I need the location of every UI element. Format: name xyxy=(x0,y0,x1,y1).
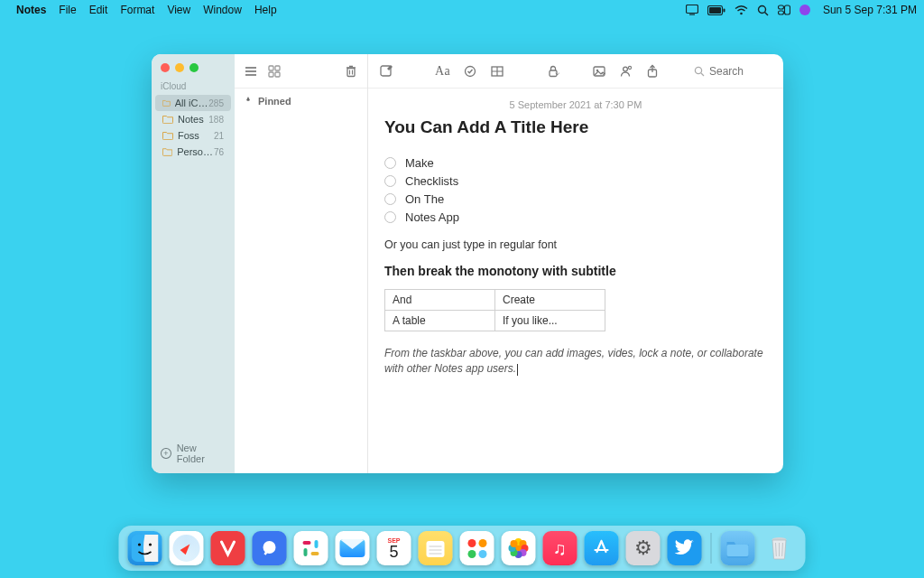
svg-point-6 xyxy=(758,5,765,13)
menu-view[interactable]: View xyxy=(167,4,190,16)
note-body[interactable]: 5 September 2021 at 7:30 PM You Can Add … xyxy=(368,89,783,473)
dock-music[interactable]: ♫ xyxy=(543,531,578,565)
dock-twitter[interactable] xyxy=(668,531,702,565)
checklist-item[interactable]: Notes App xyxy=(384,208,767,226)
checklist-circle-icon[interactable] xyxy=(384,193,396,205)
lock-note-button[interactable]: ⌵ xyxy=(546,64,559,79)
folder-name: Notes xyxy=(178,114,204,125)
delete-note-icon[interactable] xyxy=(344,64,358,79)
collaborate-icon[interactable] xyxy=(618,64,633,79)
note-title[interactable]: You Can Add A Title Here xyxy=(384,117,767,137)
list-view-icon[interactable] xyxy=(244,64,258,79)
folder-icon xyxy=(162,131,173,140)
svg-rect-4 xyxy=(723,8,725,12)
sidebar-folder-0[interactable]: All iClou…285 xyxy=(155,95,231,111)
checklist-icon[interactable] xyxy=(463,64,477,79)
dock-slack[interactable] xyxy=(294,531,328,565)
svg-rect-8 xyxy=(778,5,783,9)
dock-reminders[interactable] xyxy=(460,531,494,565)
checklist-item[interactable]: Make xyxy=(384,154,767,172)
spotlight-icon[interactable] xyxy=(757,5,769,16)
app-menu[interactable]: Notes xyxy=(16,4,46,16)
folder-icon xyxy=(162,147,172,156)
new-folder-button[interactable]: + New Folder xyxy=(152,435,235,473)
dock-notes[interactable] xyxy=(419,531,453,565)
share-icon[interactable] xyxy=(645,64,660,79)
folder-name: Personal xyxy=(177,146,214,157)
svg-rect-1 xyxy=(689,14,695,15)
folder-count: 76 xyxy=(214,147,224,157)
dock-safari[interactable] xyxy=(170,531,204,565)
menu-format[interactable]: Format xyxy=(120,4,154,16)
menu-window[interactable]: Window xyxy=(203,4,242,16)
table-row[interactable]: A tableIf you like... xyxy=(385,311,605,331)
chevron-down-icon: ⌵ xyxy=(601,68,605,77)
svg-rect-14 xyxy=(269,66,273,70)
menubar-clock[interactable]: Sun 5 Sep 7:31 PM xyxy=(823,4,917,16)
table-cell[interactable]: A table xyxy=(385,311,495,331)
menu-help[interactable]: Help xyxy=(254,4,277,16)
dock-calendar[interactable]: SEP5 xyxy=(377,531,411,565)
dock-trash[interactable] xyxy=(762,531,797,565)
dock-mail[interactable] xyxy=(336,531,370,565)
note-subtitle[interactable]: Then break the monotony with subtitle xyxy=(384,264,767,278)
checklist-item-text: Checklists xyxy=(405,174,458,188)
checklist-circle-icon[interactable] xyxy=(384,157,396,169)
dock-appstore[interactable] xyxy=(585,531,619,565)
checklist-circle-icon[interactable] xyxy=(384,175,396,187)
editor-toolbar: Aa ⌵ ⌵ xyxy=(368,54,783,89)
wifi-icon[interactable] xyxy=(735,5,748,15)
gallery-view-icon[interactable] xyxy=(267,64,282,79)
folder-count: 21 xyxy=(214,131,224,141)
table-row[interactable]: AndCreate xyxy=(385,290,605,311)
dock-downloads[interactable] xyxy=(721,531,755,565)
note-checklist[interactable]: MakeChecklistsOn TheNotes App xyxy=(384,154,767,226)
checklist-item[interactable]: Checklists xyxy=(384,172,767,190)
dock-vivaldi[interactable] xyxy=(211,531,245,565)
text-cursor xyxy=(517,364,518,376)
note-table[interactable]: AndCreateA tableIf you like... xyxy=(384,289,605,331)
dock-finder[interactable] xyxy=(128,531,162,565)
compose-note-icon[interactable] xyxy=(379,64,393,79)
dock-photos[interactable] xyxy=(502,531,536,565)
pinned-section-header: Pinned xyxy=(235,89,367,114)
new-folder-label: New Folder xyxy=(177,443,226,464)
checklist-circle-icon[interactable] xyxy=(384,211,396,223)
svg-point-5 xyxy=(740,12,743,14)
sidebar-folder-1[interactable]: Notes188 xyxy=(155,111,231,127)
svg-rect-16 xyxy=(269,72,273,77)
battery-icon[interactable] xyxy=(707,5,725,15)
notes-window: iCloud All iClou…285Notes188Foss21Person… xyxy=(152,54,783,473)
search-input[interactable] xyxy=(709,65,772,78)
control-center-icon[interactable] xyxy=(778,5,790,15)
search-field-wrap[interactable] xyxy=(694,65,772,78)
dock-settings[interactable]: ⚙ xyxy=(626,531,661,565)
table-cell[interactable]: If you like... xyxy=(495,311,605,331)
format-text-icon[interactable]: Aa xyxy=(435,64,450,79)
screen-mirror-icon[interactable] xyxy=(686,5,698,15)
table-cell[interactable]: And xyxy=(385,290,495,311)
search-icon xyxy=(694,66,705,77)
sidebar-folder-2[interactable]: Foss21 xyxy=(155,127,231,144)
fullscreen-window-button[interactable] xyxy=(189,63,199,72)
menu-edit[interactable]: Edit xyxy=(89,4,108,16)
folder-name: Foss xyxy=(178,130,199,141)
folder-count: 285 xyxy=(208,98,224,108)
sidebar-folder-3[interactable]: Personal76 xyxy=(155,144,231,160)
svg-rect-17 xyxy=(275,72,280,77)
note-italic-text[interactable]: From the taskbar above, you can add imag… xyxy=(384,346,767,378)
svg-rect-15 xyxy=(275,66,280,70)
checklist-item[interactable]: On The xyxy=(384,190,767,208)
sidebar: iCloud All iClou…285Notes188Foss21Person… xyxy=(152,54,235,473)
note-body-text[interactable]: Or you can just type in regular font xyxy=(384,238,767,251)
dock-signal[interactable] xyxy=(253,531,287,565)
app-status-dot-icon[interactable] xyxy=(799,5,810,15)
table-icon[interactable] xyxy=(490,64,504,79)
menu-file[interactable]: File xyxy=(59,4,76,16)
svg-point-32 xyxy=(629,66,632,69)
table-cell[interactable]: Create xyxy=(495,290,605,311)
insert-media-button[interactable]: ⌵ xyxy=(592,64,605,79)
close-window-button[interactable] xyxy=(161,63,170,72)
minimize-window-button[interactable] xyxy=(175,63,184,72)
status-icons: Sun 5 Sep 7:31 PM xyxy=(686,4,917,16)
